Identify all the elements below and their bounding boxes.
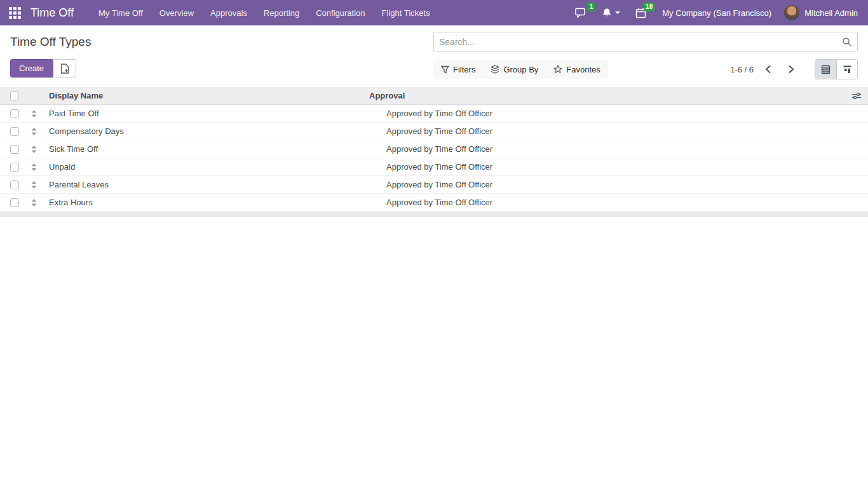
- page-title: Time Off Types: [10, 35, 91, 49]
- approval-cell[interactable]: Approved by Time Off Officer: [386, 109, 868, 118]
- table-row[interactable]: Unpaid Approved by Time Off Officer: [0, 158, 868, 176]
- view-switcher: [815, 59, 858, 79]
- favorites-button[interactable]: Favorites: [546, 60, 607, 79]
- column-header-approval[interactable]: Approval: [369, 91, 868, 100]
- menu-item-overview[interactable]: Overview: [151, 0, 202, 25]
- list-header: Display Name Approval: [0, 87, 868, 105]
- display-name-cell[interactable]: Parental Leaves: [43, 180, 386, 189]
- menu-item-my-time-off[interactable]: My Time Off: [90, 0, 151, 25]
- search-input[interactable]: [439, 37, 842, 47]
- chevron-left-icon: [765, 65, 771, 74]
- list-view-icon: [821, 65, 831, 74]
- menu-item-reporting[interactable]: Reporting: [255, 0, 308, 25]
- pager-previous-button[interactable]: [760, 62, 776, 76]
- row-checkbox[interactable]: [10, 127, 19, 136]
- table-row[interactable]: Parental Leaves Approved by Time Off Off…: [0, 176, 868, 194]
- filter-icon: [441, 65, 449, 74]
- drag-handle-icon[interactable]: [25, 163, 43, 171]
- approval-cell[interactable]: Approved by Time Off Officer: [386, 162, 868, 172]
- list-footer-strip: [0, 212, 868, 217]
- approval-cell[interactable]: Approved by Time Off Officer: [386, 198, 868, 207]
- row-checkbox[interactable]: [10, 163, 19, 172]
- drag-handle-icon[interactable]: [25, 146, 43, 153]
- calendar-badge: 18: [644, 3, 654, 11]
- chevron-right-icon: [788, 65, 794, 74]
- optional-columns-button[interactable]: [849, 87, 864, 104]
- kanban-view-icon: [843, 65, 852, 74]
- search-box: [433, 32, 858, 51]
- chat-icon: [575, 8, 587, 18]
- menu-item-approvals[interactable]: Approvals: [202, 0, 255, 25]
- table-row[interactable]: Paid Time Off Approved by Time Off Offic…: [0, 105, 868, 123]
- drag-handle-icon[interactable]: [25, 199, 43, 207]
- filters-button[interactable]: Filters: [433, 60, 483, 79]
- kanban-view-button[interactable]: [836, 60, 857, 79]
- display-name-cell[interactable]: Paid Time Off: [43, 109, 386, 118]
- user-name: Mitchell Admin: [804, 8, 858, 18]
- drag-handle-icon[interactable]: [25, 110, 43, 118]
- table-row[interactable]: Sick Time Off Approved by Time Off Offic…: [0, 140, 868, 158]
- app-title[interactable]: Time Off: [31, 6, 74, 20]
- layers-icon: [491, 65, 499, 74]
- company-switcher[interactable]: My Company (San Francisco): [656, 8, 778, 18]
- star-icon: [553, 65, 562, 74]
- activities-button[interactable]: [596, 4, 626, 22]
- create-button[interactable]: Create: [10, 59, 53, 78]
- topbar: Time Off My Time Off Overview Approvals …: [0, 0, 868, 25]
- row-checkbox[interactable]: [10, 198, 19, 207]
- messages-button[interactable]: 1: [569, 4, 592, 22]
- select-all-checkbox[interactable]: [10, 92, 19, 100]
- list-view-button[interactable]: [815, 60, 836, 79]
- approval-cell[interactable]: Approved by Time Off Officer: [386, 180, 868, 189]
- drag-handle-icon[interactable]: [25, 181, 43, 189]
- main-menu: My Time Off Overview Approvals Reporting…: [90, 0, 438, 25]
- apps-grid-icon: [9, 7, 21, 19]
- calendar-button[interactable]: 18: [630, 4, 652, 22]
- pager-next-button[interactable]: [783, 62, 799, 76]
- pager-value: 1-6 / 6: [730, 65, 754, 74]
- row-checkbox[interactable]: [10, 180, 19, 189]
- time-off-types-list: Display Name Approval Paid Time Off Appr…: [0, 87, 868, 217]
- approval-cell[interactable]: Approved by Time Off Officer: [386, 144, 868, 154]
- messages-badge: 1: [588, 3, 595, 11]
- menu-item-flight-tickets[interactable]: Flight Tickets: [374, 0, 438, 25]
- menu-item-configuration[interactable]: Configuration: [308, 0, 373, 25]
- display-name-cell[interactable]: Unpaid: [43, 162, 386, 172]
- pager: 1-6 / 6: [730, 59, 858, 79]
- column-header-display-name[interactable]: Display Name: [25, 91, 369, 100]
- apps-menu-button[interactable]: [0, 0, 29, 25]
- import-icon: [60, 64, 69, 74]
- avatar: [784, 5, 799, 20]
- search-icon[interactable]: [842, 37, 852, 47]
- row-checkbox[interactable]: [10, 109, 19, 118]
- table-row[interactable]: Extra Hours Approved by Time Off Officer: [0, 194, 868, 212]
- drag-handle-icon[interactable]: [25, 128, 43, 135]
- display-name-cell[interactable]: Sick Time Off: [43, 144, 386, 154]
- chevron-down-icon: [615, 11, 620, 14]
- user-menu[interactable]: Mitchell Admin: [782, 5, 860, 20]
- bell-icon: [602, 8, 612, 18]
- row-checkbox[interactable]: [10, 145, 19, 154]
- action-buttons: Create: [10, 59, 76, 78]
- approval-cell[interactable]: Approved by Time Off Officer: [386, 126, 868, 136]
- filter-bar: Filters Group By Favorites: [433, 60, 608, 79]
- group-by-button[interactable]: Group By: [483, 60, 546, 79]
- control-panel: Time Off Types Create: [0, 25, 868, 87]
- display-name-cell[interactable]: Extra Hours: [43, 198, 386, 207]
- sliders-icon: [851, 92, 862, 100]
- display-name-cell[interactable]: Compensatory Days: [43, 126, 386, 136]
- table-row[interactable]: Compensatory Days Approved by Time Off O…: [0, 123, 868, 140]
- import-button[interactable]: [53, 59, 76, 78]
